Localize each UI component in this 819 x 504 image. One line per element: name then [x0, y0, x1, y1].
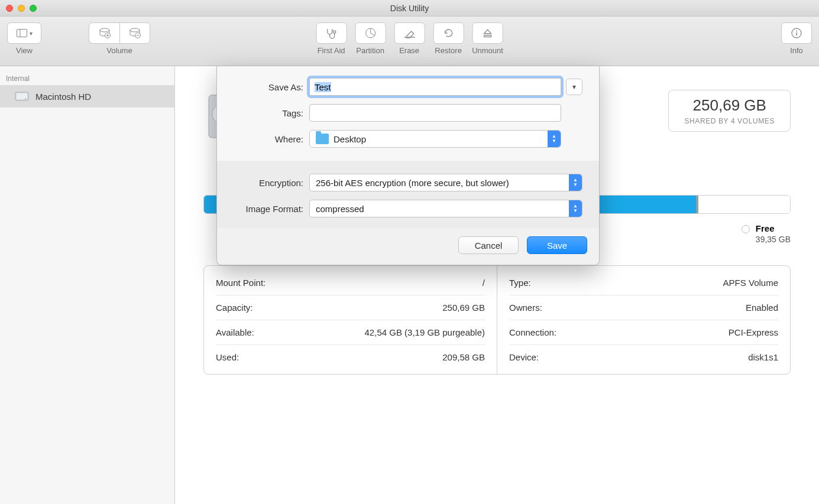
svg-point-2 — [100, 28, 109, 32]
prop-key: Connection: — [509, 327, 556, 337]
save-button[interactable]: Save — [527, 236, 587, 254]
prop-val: 42,54 GB (3,19 GB purgeable) — [365, 327, 485, 337]
info-button[interactable] — [781, 22, 812, 44]
svg-point-16 — [796, 31, 797, 32]
volume-add-icon — [99, 28, 111, 38]
tags-label: Tags: — [234, 108, 303, 118]
first-aid-button[interactable] — [316, 22, 347, 44]
tb-view-group: ▾ View — [7, 22, 41, 55]
volume-properties: Mount Point:/ Capacity:250,69 GB Availab… — [203, 265, 791, 375]
prop-key: Capacity: — [216, 303, 253, 313]
prop-val: Enabled — [746, 303, 778, 313]
restore-label: Restore — [435, 46, 462, 55]
tags-input[interactable] — [309, 104, 561, 122]
image-format-value: compressed — [316, 204, 364, 214]
stethoscope-icon — [325, 27, 338, 39]
tb-info-group: Info — [781, 22, 812, 55]
prop-key: Owners: — [509, 303, 542, 313]
save-sheet: Save As: ▾ Tags: Where: Desktop ▲▼ — [216, 66, 600, 265]
chevron-down-icon: ▾ — [30, 30, 33, 37]
erase-button[interactable] — [394, 22, 425, 44]
select-stepper-icon: ▲▼ — [569, 200, 582, 217]
unmount-label: Unmount — [472, 46, 503, 55]
volume-remove-icon — [129, 28, 141, 38]
eject-icon — [483, 28, 493, 38]
toolbar: ▾ View Volume First Aid Partition Erase … — [0, 17, 819, 66]
partition-label: Partition — [356, 46, 384, 55]
encryption-value: 256-bit AES encryption (more secure, but… — [316, 178, 509, 188]
erase-icon — [403, 28, 416, 38]
prop-row: Mount Point:/ — [216, 271, 485, 295]
legend-free-label: Free — [756, 223, 791, 233]
internal-disk-icon — [14, 89, 30, 104]
restore-button[interactable] — [433, 22, 464, 44]
size-box: 250,69 GB SHARED BY 4 VOLUMES — [668, 90, 791, 132]
prop-row: Used:209,58 GB — [216, 345, 485, 369]
prop-row: Capacity:250,69 GB — [216, 295, 485, 320]
save-as-label: Save As: — [234, 82, 303, 92]
props-col-left: Mount Point:/ Capacity:250,69 GB Availab… — [204, 266, 497, 374]
prop-val: / — [483, 278, 485, 288]
sidebar-item-label: Macintosh HD — [35, 92, 91, 102]
volume-size: 250,69 GB — [684, 96, 775, 115]
prop-row: Device:disk1s1 — [509, 345, 778, 369]
first-aid-label: First Aid — [318, 46, 345, 55]
svg-line-12 — [370, 33, 374, 35]
titlebar: Disk Utility — [0, 0, 819, 17]
image-format-select[interactable]: compressed ▲▼ — [309, 200, 582, 217]
pie-icon — [364, 27, 376, 39]
svg-point-9 — [333, 31, 335, 33]
expand-save-panel-button[interactable]: ▾ — [566, 79, 582, 95]
volume-remove-button[interactable] — [119, 22, 150, 44]
prop-val: 209,58 GB — [442, 352, 485, 362]
save-as-input[interactable] — [309, 78, 561, 96]
view-label: View — [16, 46, 33, 55]
encryption-select[interactable]: 256-bit AES encryption (more secure, but… — [309, 174, 582, 191]
prop-key: Device: — [509, 352, 539, 362]
legend-free: Free 39,35 GB — [742, 223, 791, 244]
select-stepper-icon: ▲▼ — [548, 131, 561, 147]
prop-val: 250,69 GB — [442, 303, 485, 313]
prop-val: APFS Volume — [723, 278, 778, 288]
prop-row: Available:42,54 GB (3,19 GB purgeable) — [216, 320, 485, 345]
sidebar-section-header: Internal — [0, 71, 174, 85]
volume-label: Volume — [106, 46, 132, 55]
sidebar: Internal Macintosh HD — [0, 66, 175, 504]
select-stepper-icon: ▲▼ — [569, 174, 582, 191]
chevron-down-icon: ▾ — [572, 83, 576, 91]
prop-key: Type: — [509, 278, 531, 288]
main-area: Internal Macintosh HD 250,69 GB SHARED B… — [0, 66, 819, 504]
volume-shared: SHARED BY 4 VOLUMES — [684, 117, 775, 125]
folder-icon — [316, 134, 329, 144]
legend-dot-free — [742, 225, 750, 233]
volume-add-button[interactable] — [89, 22, 119, 44]
window-title: Disk Utility — [0, 4, 819, 13]
where-select[interactable]: Desktop ▲▼ — [309, 130, 561, 148]
prop-row: Owners:Enabled — [509, 295, 778, 320]
where-value: Desktop — [334, 134, 366, 144]
prop-row: Connection:PCI-Express — [509, 320, 778, 345]
prop-key: Used: — [216, 352, 239, 362]
cancel-button[interactable]: Cancel — [458, 236, 519, 254]
erase-label: Erase — [399, 46, 419, 55]
svg-point-20 — [25, 98, 26, 99]
legend-free-value: 39,35 GB — [756, 235, 791, 244]
prop-row: Type:APFS Volume — [509, 271, 778, 295]
info-icon — [791, 27, 802, 39]
svg-point-6 — [130, 28, 140, 32]
prop-key: Available: — [216, 327, 254, 337]
props-col-right: Type:APFS Volume Owners:Enabled Connecti… — [497, 266, 790, 374]
view-button[interactable]: ▾ — [7, 22, 41, 44]
image-format-label: Image Format: — [234, 204, 303, 214]
usage-free-segment — [698, 196, 790, 213]
encryption-label: Encryption: — [234, 178, 303, 188]
prop-key: Mount Point: — [216, 278, 266, 288]
restore-icon — [442, 27, 454, 39]
prop-val: PCI-Express — [729, 327, 778, 337]
svg-rect-14 — [484, 35, 491, 37]
sidebar-item-macintosh-hd[interactable]: Macintosh HD — [0, 85, 174, 108]
unmount-button[interactable] — [472, 22, 503, 44]
partition-button[interactable] — [355, 22, 386, 44]
where-label: Where: — [234, 134, 303, 144]
svg-rect-0 — [17, 30, 27, 37]
